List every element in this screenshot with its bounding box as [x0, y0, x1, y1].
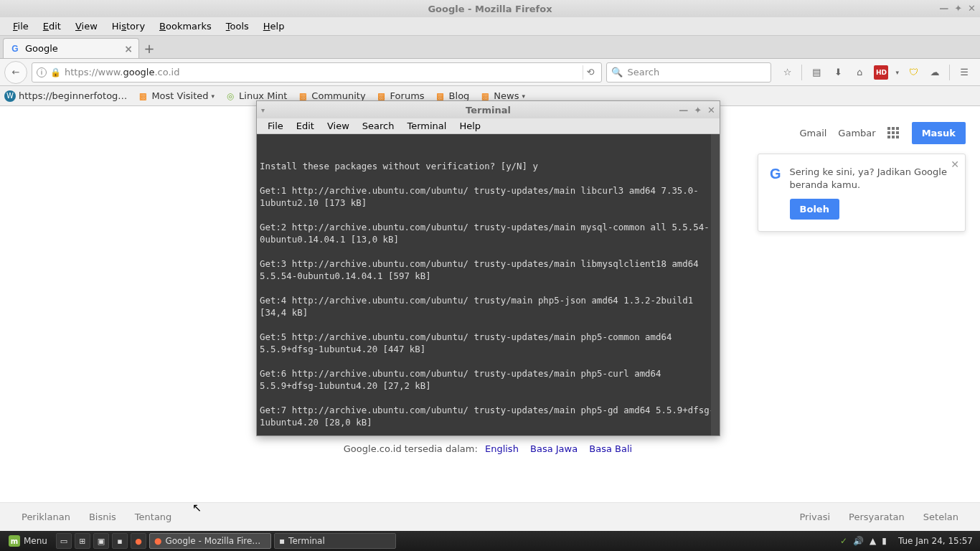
signin-button[interactable]: Masuk — [912, 122, 966, 144]
window-minimize-icon[interactable]: — — [679, 105, 688, 116]
terminal-icon: ▪ — [279, 536, 285, 546]
menu-tools[interactable]: Tools — [219, 19, 256, 34]
menu-history[interactable]: History — [105, 19, 152, 34]
search-icon: 🔍 — [611, 67, 623, 77]
shield-icon[interactable]: 🛡 — [906, 65, 920, 80]
lang-bali[interactable]: Basa Bali — [589, 443, 632, 454]
taskbar-task-firefox[interactable]: ● Google - Mozilla Fire… — [149, 533, 271, 549]
bookmark-label: Linux Mint — [239, 90, 287, 101]
clock[interactable]: Tue Jan 24, 15:57 — [894, 536, 977, 546]
menu-view[interactable]: View — [68, 19, 105, 34]
menu-file[interactable]: File — [6, 19, 36, 34]
battery-icon[interactable]: ▮ — [882, 536, 887, 546]
term-menu-view[interactable]: View — [321, 119, 356, 133]
search-bar[interactable]: 🔍 Search — [606, 62, 771, 83]
menu-bookmarks[interactable]: Bookmarks — [152, 19, 219, 34]
bookmark-label: https://beginnerfotog… — [19, 90, 127, 101]
chevron-down-icon[interactable]: ▾ — [895, 69, 899, 76]
taskbar: m Menu ▭ ⊞ ▣ ▪ ● ● Google - Mozilla Fire… — [0, 531, 980, 551]
bookmarks-list-icon[interactable]: ▤ — [809, 65, 824, 80]
link-gmail[interactable]: Gmail — [799, 128, 826, 138]
url-prefix: https://www. — [65, 67, 123, 77]
term-line: Get:4 http://archive.ubuntu.com/ubuntu/ … — [260, 295, 699, 318]
bookmark-wordpress[interactable]: W https://beginnerfotog… — [4, 90, 127, 102]
bookmark-label: Blog — [449, 90, 470, 101]
footer-terms[interactable]: Persyaratan — [849, 512, 905, 522]
footer-ads[interactable]: Periklanan — [22, 512, 70, 522]
firefox-titlebar[interactable]: Google - Mozilla Firefox — ✦ ✕ — [0, 0, 980, 17]
bookmark-label: Community — [311, 90, 365, 101]
lang-english[interactable]: English — [485, 443, 519, 454]
terminal-launcher-icon[interactable]: ▪ — [112, 533, 128, 549]
google-favicon-icon: G — [9, 43, 21, 55]
extension-icon[interactable]: ☁ — [928, 65, 942, 80]
url-host: google — [123, 67, 154, 77]
term-line: Get:5 http://archive.ubuntu.com/ubuntu/ … — [260, 331, 677, 354]
site-info-icon[interactable]: i — [37, 67, 47, 77]
terminal-menu-icon[interactable]: ▾ — [261, 106, 265, 114]
menu-help[interactable]: Help — [256, 19, 292, 34]
google-languages: Google.co.id tersedia dalam: English Bas… — [0, 443, 980, 454]
window-minimize-icon[interactable]: — — [939, 3, 948, 14]
lock-icon: 🔒 — [50, 67, 61, 77]
new-tab-button[interactable]: + — [139, 38, 159, 58]
separator — [801, 65, 802, 80]
footer-biz[interactable]: Bisnis — [89, 512, 116, 522]
downloads-icon[interactable]: ⬇ — [831, 65, 845, 80]
workspace-switcher-icon[interactable]: ⊞ — [75, 533, 90, 549]
term-menu-terminal[interactable]: Terminal — [400, 119, 453, 133]
terminal-window[interactable]: ▾ Terminal — ✦ ✕ File Edit View Search T… — [256, 100, 720, 436]
window-close-icon[interactable]: ✕ — [968, 3, 976, 14]
home-icon[interactable]: ⌂ — [852, 65, 867, 80]
taskbar-task-terminal[interactable]: ▪ Terminal — [274, 533, 396, 549]
show-desktop-icon[interactable]: ▭ — [56, 533, 72, 549]
bookmark-label: Most Visited — [151, 90, 208, 101]
toolbar-right: ☆ ▤ ⬇ ⌂ HD ▾ 🛡 ☁ ☰ — [776, 65, 976, 80]
start-menu-button[interactable]: m Menu — [3, 535, 53, 547]
window-close-icon[interactable]: ✕ — [707, 105, 715, 116]
firefox-menubar: File Edit View History Bookmarks Tools H… — [0, 17, 980, 36]
term-menu-help[interactable]: Help — [453, 119, 487, 133]
back-button[interactable]: ← — [4, 61, 27, 84]
hd-badge-icon[interactable]: HD — [874, 65, 888, 80]
window-maximize-icon[interactable]: ✦ — [694, 105, 702, 116]
bookmark-most-visited[interactable]: ▩ Most Visited ▾ — [137, 90, 215, 102]
tab-close-icon[interactable]: × — [124, 43, 133, 55]
search-placeholder: Search — [627, 67, 659, 77]
hamburger-menu-icon[interactable]: ☰ — [957, 65, 971, 80]
separator — [949, 65, 950, 80]
footer-privacy[interactable]: Privasi — [799, 512, 830, 522]
firefox-icon: ● — [154, 536, 161, 546]
footer-settings[interactable]: Setelan — [923, 512, 958, 522]
menu-edit[interactable]: Edit — [36, 19, 68, 34]
terminal-body[interactable]: Install these packages without verificat… — [257, 134, 720, 435]
file-manager-icon[interactable]: ▣ — [93, 533, 109, 549]
lang-jawa[interactable]: Basa Jawa — [530, 443, 578, 454]
tab-google[interactable]: G Google × — [3, 38, 139, 58]
footer-about[interactable]: Tentang — [135, 512, 172, 522]
link-images[interactable]: Gambar — [838, 128, 875, 138]
mint-icon: ◎ — [225, 90, 236, 102]
bookmark-star-icon[interactable]: ☆ — [780, 65, 794, 80]
term-menu-search[interactable]: Search — [356, 119, 401, 133]
network-icon[interactable]: ▲ — [870, 536, 876, 546]
promo-text: Sering ke sini, ya? Jadikan Google beran… — [790, 166, 953, 192]
term-line: Get:7 http://archive.ubuntu.com/ubuntu/ … — [260, 405, 715, 428]
google-apps-icon[interactable] — [887, 127, 900, 140]
term-menu-file[interactable]: File — [261, 119, 290, 133]
langs-label: Google.co.id tersedia dalam: — [344, 443, 478, 454]
reload-icon[interactable]: ⟲ — [583, 65, 597, 80]
window-maximize-icon[interactable]: ✦ — [954, 3, 962, 14]
firefox-launcher-icon[interactable]: ● — [131, 533, 146, 549]
google-topnav: Gmail Gambar Masuk — [799, 122, 966, 144]
update-manager-icon[interactable]: ✓ — [840, 536, 847, 546]
start-menu-label: Menu — [24, 536, 47, 546]
url-bar[interactable]: i 🔒 https://www.google.co.id ⟲ — [32, 62, 602, 83]
term-menu-edit[interactable]: Edit — [290, 119, 321, 133]
terminal-scrollbar[interactable] — [711, 134, 720, 435]
bookmark-label: News — [494, 90, 519, 101]
promo-accept-button[interactable]: Boleh — [790, 199, 839, 220]
volume-icon[interactable]: 🔊 — [853, 536, 864, 546]
close-icon[interactable]: ✕ — [951, 159, 959, 170]
terminal-titlebar[interactable]: ▾ Terminal — ✦ ✕ — [257, 101, 720, 118]
